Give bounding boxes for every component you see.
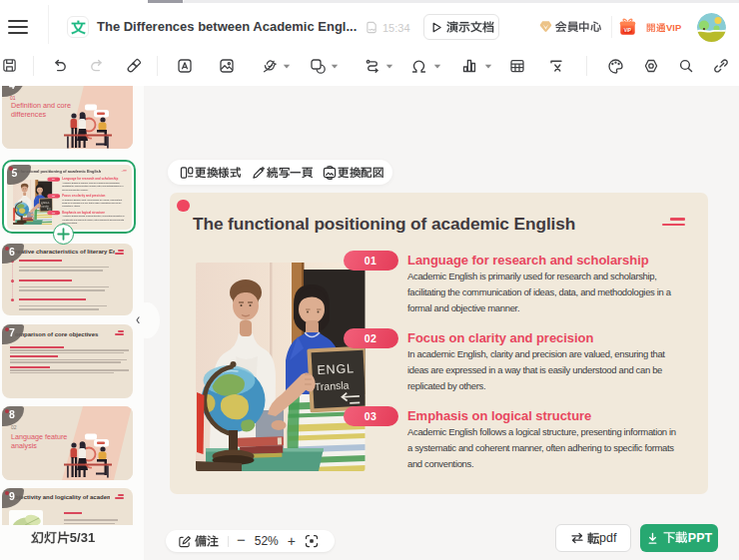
svg-text:ENGL: ENGL <box>317 361 355 377</box>
svg-text:VIP: VIP <box>624 28 631 33</box>
svg-text:Transla: Transla <box>315 378 350 392</box>
